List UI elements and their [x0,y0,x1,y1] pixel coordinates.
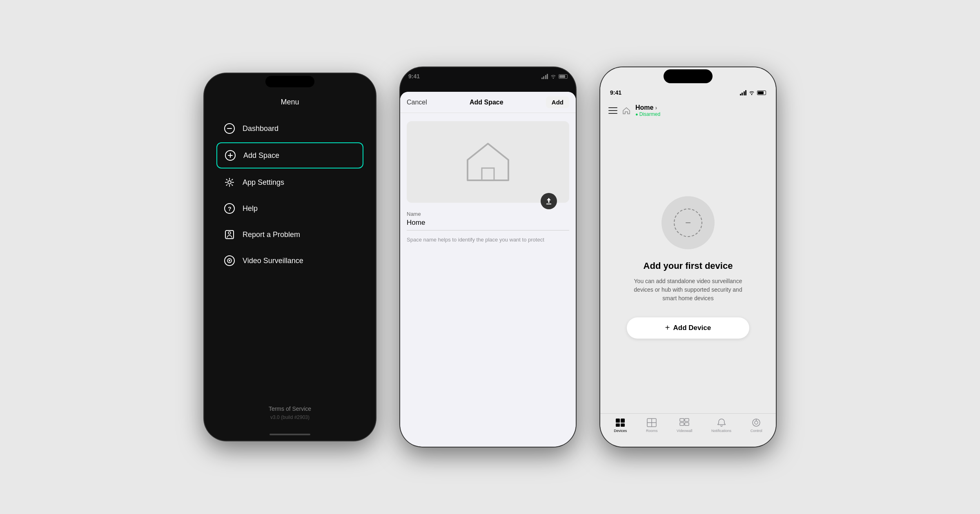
add-space-modal: Cancel Add Space Add [400,67,576,447]
home-indicator-1 [204,428,376,441]
menu-content: Menu Dashboard [204,90,376,428]
upload-icon [545,197,553,205]
svg-rect-41 [680,423,684,425]
tab-bar-3: Devices Rooms [600,413,776,447]
menu-bottom: Terms of Service v3.0 (build #2903) [216,405,363,420]
question-circle-icon: ? [223,202,236,215]
svg-marker-30 [468,144,508,180]
p3-home-title[interactable]: Home › [635,104,660,111]
name-field-value[interactable]: Home [407,219,569,230]
svg-rect-33 [621,419,625,423]
video-surveillance-label: Video Surveillance [243,257,303,265]
menu-item-report-problem[interactable]: Report a Problem [216,222,363,247]
tab-p3-rooms[interactable]: Rooms [646,418,658,433]
hamburger-icon-3[interactable] [608,107,617,114]
add-device-button[interactable]: + Add Device [627,317,749,339]
phone-1: Menu Dashboard [204,73,376,441]
menu-item-add-space[interactable]: Add Space [216,142,363,168]
videowall-icon [679,418,689,427]
tab-p3-notifications[interactable]: Notifications [711,418,731,433]
devices-icon [615,418,625,427]
terms-of-service-link[interactable]: Terms of Service [216,405,363,412]
report-icon [223,228,236,241]
upload-image-button[interactable] [541,193,557,209]
dashboard-label: Dashboard [243,124,278,133]
add-device-title: Add your first device [644,261,733,271]
status-time-3: 9:41 [610,89,621,96]
add-device-desc: You can add standalone video surveillanc… [631,277,745,303]
tab-p3-videowall-icon [679,418,690,428]
status-icons-3 [740,90,766,95]
tab-p3-devices-label: Devices [614,429,627,433]
modal-body: Name Home Space name helps to identify t… [400,113,576,447]
control-icon [752,418,761,427]
help-label: Help [243,204,258,213]
svg-rect-40 [685,419,689,421]
tab-p3-control[interactable]: Control [751,418,762,433]
svg-text:?: ? [228,206,232,212]
svg-point-5 [228,181,231,184]
p3-header: Home › ● Disarmed [600,100,776,121]
svg-rect-39 [680,419,684,421]
notch-pill-1 [265,76,314,87]
p3-header-left: Home › ● Disarmed [608,104,660,117]
menu-item-help[interactable]: ? Help [216,196,363,221]
minus-circle-icon [223,122,236,135]
tab-p3-rooms-label: Rooms [646,429,658,433]
chevron-down-icon: › [655,104,657,111]
menu-item-video-surveillance[interactable]: Video Surveillance [216,248,363,273]
notch-area-1 [204,73,376,90]
cancel-button[interactable]: Cancel [407,99,427,106]
add-space-label: Add Space [243,151,279,160]
camera-circle-icon [223,254,236,267]
plus-circle-icon [224,149,237,162]
add-button[interactable]: Add [546,96,569,108]
modal-sheet: Cancel Add Space Add [400,92,576,447]
menu-item-dashboard[interactable]: Dashboard [216,116,363,141]
tab-p3-control-icon [751,418,762,428]
svg-point-12 [229,260,230,261]
tab-p3-notifications-label: Notifications [711,429,731,433]
menu-item-app-settings[interactable]: App Settings [216,170,363,195]
modal-image-area [407,121,569,203]
dashed-circle-inner: − [674,208,702,237]
svg-rect-34 [616,423,620,427]
notch-area-3 [600,67,776,85]
tab-p3-control-label: Control [751,429,762,433]
phone-3-main: − Add your first device You can add stan… [600,121,776,413]
signal-bars-3 [740,90,747,95]
modal-header: Cancel Add Space Add [400,92,576,113]
tab-p3-devices-icon [615,418,626,428]
p3-home-label: Home › ● Disarmed [635,104,660,117]
app-settings-label: App Settings [243,178,284,187]
tab-p3-videowall[interactable]: Videowall [677,418,692,433]
menu-title: Menu [216,98,363,106]
version-text: v3.0 (build #2903) [216,414,363,420]
tab-p3-videowall-label: Videowall [677,429,692,433]
name-field-label: Name [407,211,569,217]
tab-p3-devices[interactable]: Devices [614,418,627,433]
house-icon-large [463,140,512,184]
svg-point-44 [755,421,758,424]
tab-p3-rooms-icon [646,418,657,428]
tab-p3-notifications-icon [716,418,727,428]
svg-point-9 [228,232,231,234]
phone-2: 9:41 [400,67,576,447]
house-nav-icon [622,107,630,114]
dynamic-island [664,69,713,83]
wifi-icon-3 [748,90,755,95]
rooms-icon [647,418,657,427]
report-problem-label: Report a Problem [243,230,300,239]
bell-icon [717,418,726,427]
add-device-circle: − [662,196,715,249]
status-bar-3: 9:41 [600,85,776,100]
svg-rect-35 [621,423,625,427]
battery-icon-3 [757,91,766,95]
modal-top-area [400,67,576,92]
svg-rect-32 [616,419,620,423]
home-small-icon [621,105,632,116]
modal-hint: Space name helps to identify the place y… [407,236,569,244]
plus-icon: + [665,323,670,332]
svg-rect-31 [482,168,494,180]
svg-rect-42 [685,423,689,425]
